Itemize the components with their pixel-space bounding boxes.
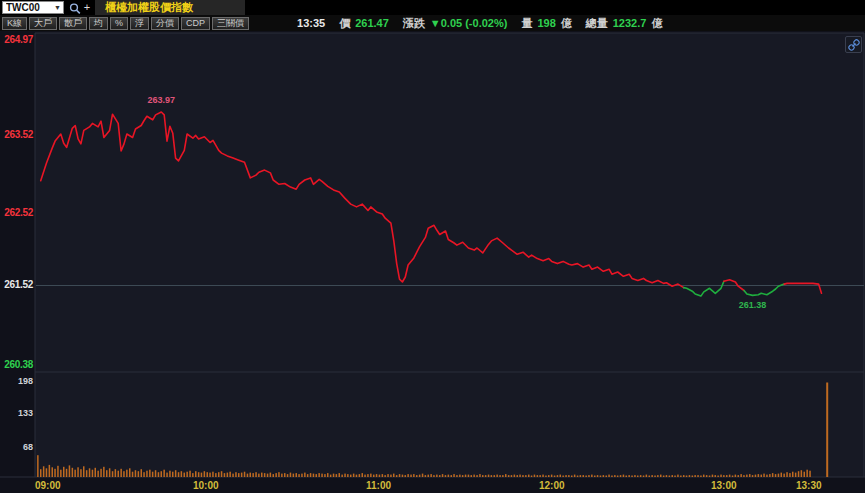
time-label-1000: 10:00: [193, 480, 233, 491]
time-label-1100: 11:00: [366, 480, 406, 491]
quote-time: 13:35: [297, 17, 325, 29]
time-label-1200: 12:00: [539, 480, 579, 491]
top-bar: ▼ + 櫃檯加權股價指數: [0, 0, 865, 15]
toolbar-button-pricevol[interactable]: 分價: [151, 17, 179, 30]
search-icon[interactable]: [68, 1, 82, 14]
toolbar-button-avg[interactable]: 均: [89, 17, 108, 30]
time-label-1300: 13:00: [711, 480, 751, 491]
change-label: 漲跌: [403, 16, 425, 31]
toolbar-button-percent[interactable]: %: [110, 17, 128, 30]
volume-axis-label-133: 133: [0, 408, 33, 418]
volume-axis-label-198: 198: [0, 376, 33, 386]
volume-axis-label-68: 68: [0, 442, 33, 452]
total-volume-value: 1232.7: [613, 17, 647, 29]
toolbar-button-cdp[interactable]: CDP: [181, 17, 210, 30]
quote-status-bar: 13:35 價 261.47 漲跌 ▼0.05 (-0.02%) 量 198 億…: [297, 16, 667, 31]
toolbar-button-retail[interactable]: 散戶: [59, 17, 87, 30]
y-axis-label-prevclose: 261.52: [0, 279, 33, 290]
total-volume-label: 總量: [586, 16, 608, 31]
low-price-annotation: 261.38: [739, 300, 767, 310]
y-axis-label-low: 260.38: [0, 359, 33, 370]
toolbar-button-float[interactable]: 浮: [130, 17, 149, 30]
total-volume-unit: 億: [651, 16, 662, 31]
symbol-search-box[interactable]: ▼: [2, 1, 64, 14]
page-title: 櫃檯加權股價指數: [95, 0, 245, 15]
y-axis-label-high: 264.97: [0, 34, 33, 45]
price-value: 261.47: [355, 17, 389, 29]
intraday-chart[interactable]: 263.97261.38 264.97 263.52 262.52 261.52…: [0, 31, 865, 493]
price-label: 價: [339, 16, 350, 31]
volume-label: 量: [521, 16, 532, 31]
volume-unit: 億: [561, 16, 572, 31]
toolbar-button-kline[interactable]: K線: [2, 17, 27, 30]
symbol-input[interactable]: [3, 2, 54, 13]
stock-chart-app: ▼ + 櫃檯加權股價指數 K線 大戶 散戶 均 % 浮 分價 CDP 三關價 1…: [0, 0, 865, 493]
link-icon[interactable]: [845, 36, 862, 53]
chevron-down-icon[interactable]: ▼: [54, 4, 63, 11]
plus-icon[interactable]: +: [82, 0, 92, 15]
chart-toolbar: K線 大戶 散戶 均 % 浮 分價 CDP 三關價 13:35 價 261.47…: [0, 15, 865, 31]
y-axis-label-262: 262.52: [0, 207, 33, 218]
toolbar-button-3gates[interactable]: 三關價: [212, 17, 249, 30]
chart-canvas[interactable]: 263.97261.38: [0, 31, 865, 493]
toolbar-button-bigplayer[interactable]: 大戶: [29, 17, 57, 30]
y-axis-label-263: 263.52: [0, 129, 33, 140]
time-label-0900: 09:00: [35, 480, 75, 491]
time-label-1330: 13:30: [796, 480, 836, 491]
change-value: ▼0.05 (-0.02%): [430, 17, 508, 29]
high-price-annotation: 263.97: [148, 95, 176, 105]
volume-value: 198: [537, 17, 555, 29]
